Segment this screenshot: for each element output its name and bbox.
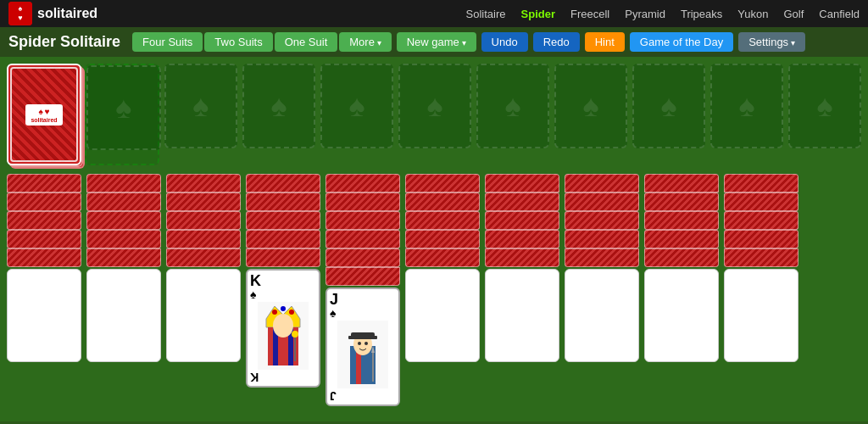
col-placeholder-2: ♠ <box>242 64 315 148</box>
nav-freecell[interactable]: Freecell <box>570 8 609 20</box>
game-of-the-day-button[interactable]: Game of the Day <box>630 32 733 52</box>
game-column-2: 8 ♠ ♠♠♠♠ ♠♠♠♠ 8 <box>166 174 241 362</box>
svg-point-9 <box>272 310 277 315</box>
svg-point-22 <box>358 342 361 345</box>
svg-point-13 <box>292 331 298 338</box>
settings-button[interactable]: Settings <box>738 32 805 52</box>
redo-button[interactable]: Redo <box>533 32 580 52</box>
col-placeholder-8: ♠ <box>710 64 783 148</box>
nav-solitaire[interactable]: Solitaire <box>466 8 506 20</box>
col-placeholder-6: ♠ <box>554 64 627 148</box>
suits-button-group: Four Suits Two Suits One Suit More <box>132 32 392 52</box>
card-8-spades-col2[interactable]: 8 ♠ ♠♠♠♠ ♠♠♠♠ 8 <box>166 269 241 362</box>
game-title: Spider Solitaire <box>8 33 120 51</box>
game-column-6: 4 ♠ ♠♠ ♠♠ 4 <box>485 174 559 362</box>
toolbar: Spider Solitaire Four Suits Two Suits On… <box>0 27 868 57</box>
columns-row: 3 ♠ ♠ ♠ ♠ 3 <box>7 174 861 406</box>
four-suits-button[interactable]: Four Suits <box>132 32 203 52</box>
game-column-9: 4 ♠ ♠♠ ♠♠ 4 <box>724 174 798 362</box>
nav-links: Solitaire Spider Freecell Pyramid Tripea… <box>466 8 860 20</box>
two-suits-button[interactable]: Two Suits <box>204 32 272 52</box>
nav-canfield[interactable]: Canfield <box>819 8 860 20</box>
col-placeholder-1: ♠ <box>164 64 237 148</box>
more-button[interactable]: More <box>339 32 391 52</box>
top-nav: ♠ ♥ solitaired Solitaire Spider Freecell… <box>0 0 868 27</box>
col-placeholder-0: ♠ <box>85 64 159 165</box>
svg-text:♠: ♠ <box>19 4 23 13</box>
undo-button[interactable]: Undo <box>481 32 528 52</box>
top-row: ♠ ♥ solitaired ♠ ♠ ♠ ♠ ♠ ♠ ♠ ♠ ♠ ♠ <box>7 64 861 165</box>
svg-text:♥: ♥ <box>18 14 22 22</box>
logo-area[interactable]: ♠ ♥ solitaired <box>8 2 97 25</box>
game-column-8: 9 ♠ ♠♠♠ ♠♠♠ ♠♠♠ 9 <box>644 174 719 362</box>
game-column-0: 3 ♠ ♠ ♠ ♠ 3 <box>7 174 81 362</box>
hint-button[interactable]: Hint <box>585 32 625 52</box>
svg-point-8 <box>273 314 293 338</box>
logo-text: solitaired <box>37 6 97 21</box>
nav-pyramid[interactable]: Pyramid <box>625 8 665 20</box>
col-placeholder-3: ♠ <box>320 64 393 148</box>
svg-point-23 <box>364 342 368 345</box>
game-area: ♠ ♥ solitaired ♠ ♠ ♠ ♠ ♠ ♠ ♠ ♠ ♠ ♠ <box>0 57 868 421</box>
one-suit-button[interactable]: One Suit <box>275 32 338 52</box>
stock-pile[interactable]: ♠ ♥ solitaired <box>7 64 80 165</box>
svg-point-11 <box>289 310 294 315</box>
game-column-1: 8 ♠ ♠♠♠♠ ♠♠♠♠ 8 <box>86 174 161 362</box>
logo-icon: ♠ ♥ <box>8 2 32 25</box>
nav-spider[interactable]: Spider <box>521 8 555 20</box>
nav-yukon[interactable]: Yukon <box>737 8 768 20</box>
card-jack-spades-col4[interactable]: J ♠ <box>326 287 400 406</box>
card-3-spades-col0[interactable]: 3 ♠ ♠ ♠ ♠ 3 <box>7 269 81 362</box>
nav-golf[interactable]: Golf <box>783 8 804 20</box>
game-column-4: J ♠ <box>326 174 400 406</box>
col-placeholder-9: ♠ <box>788 64 861 148</box>
col-placeholder-4: ♠ <box>398 64 471 148</box>
svg-rect-19 <box>348 336 377 339</box>
new-game-button[interactable]: New game <box>397 32 476 52</box>
card-4-spades-col6[interactable]: 4 ♠ ♠♠ ♠♠ 4 <box>485 269 559 362</box>
svg-point-10 <box>281 306 286 311</box>
card-king-spades-col3[interactable]: K ♠ <box>246 269 320 388</box>
card-6-spades-col5[interactable]: 6 ♠ ♠♠♠ ♠♠♠ 6 <box>405 269 480 362</box>
col-placeholder-7: ♠ <box>632 64 705 148</box>
card-3-spades-col7[interactable]: 3 ♠ ♠♠♠ 3 <box>565 269 639 362</box>
col-placeholder-5: ♠ <box>476 64 549 148</box>
game-column-3: K ♠ <box>246 174 320 388</box>
game-column-5: 6 ♠ ♠♠♠ ♠♠♠ 6 <box>405 174 480 362</box>
nav-tripeaks[interactable]: Tripeaks <box>681 8 722 20</box>
card-8-spades-col1[interactable]: 8 ♠ ♠♠♠♠ ♠♠♠♠ 8 <box>86 269 161 362</box>
card-4-spades-col9[interactable]: 4 ♠ ♠♠ ♠♠ 4 <box>724 269 798 362</box>
card-9-spades-col8[interactable]: 9 ♠ ♠♠♠ ♠♠♠ ♠♠♠ 9 <box>644 269 719 362</box>
game-column-7: 3 ♠ ♠♠♠ 3 <box>565 174 639 362</box>
